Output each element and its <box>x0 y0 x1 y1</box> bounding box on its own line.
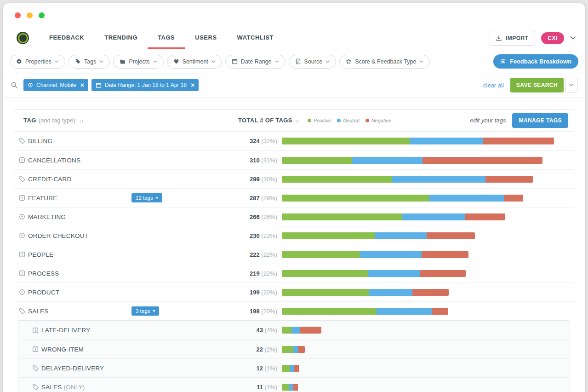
tag-percent: (32%) <box>261 138 277 144</box>
feedback-breakdown-button[interactable]: Feedback Breakdown <box>493 54 578 69</box>
table-row-process[interactable]: PROCESS219 (22%) <box>14 264 574 282</box>
tag-name: WRONG-ITEM <box>41 346 84 353</box>
close-icon[interactable]: × <box>80 82 84 88</box>
minimize-button[interactable] <box>27 12 33 18</box>
tab-users[interactable]: USERS <box>185 27 227 49</box>
main-nav: FEEDBACKTRENDINGTAGSUSERSWATCHLIST <box>39 27 284 49</box>
table-row-cancellations[interactable]: CANCELLATIONS310 (31%) <box>14 150 574 169</box>
filter-pill-projects[interactable]: Projects <box>113 55 163 69</box>
sentiment-bar <box>282 308 448 315</box>
negative-segment <box>465 213 505 220</box>
table-row-order-checkout[interactable]: ORDER CHECKOUT230 (23%) <box>14 226 574 245</box>
filter-pill-score-feedback-type[interactable]: Score & Feedback Type <box>339 55 430 69</box>
sort-icon[interactable]: ↓↑ <box>295 118 299 123</box>
filter-pill-source[interactable]: Source <box>289 55 337 69</box>
legend-label: Positive <box>314 118 331 123</box>
table-row-billing[interactable]: BILLING324 (32%) <box>14 132 574 150</box>
circle-tag-type-icon <box>19 213 28 220</box>
positive-segment <box>282 232 375 239</box>
save-search-button[interactable]: SAVE SEARCH <box>510 78 564 92</box>
tags-table-card: TAG (and tag type) ↓↑ TOTAL # OF TAGS ↓↑… <box>14 109 574 392</box>
account-badge[interactable]: CXI <box>541 32 564 44</box>
positive-segment <box>282 327 291 334</box>
table-row-people[interactable]: PEOPLE222 (22%) <box>14 245 574 264</box>
negative-segment <box>483 138 554 144</box>
calendar-icon <box>232 58 238 64</box>
table-row-wrong-item[interactable]: WRONG-ITEM22 (2%) <box>18 340 570 358</box>
filter-chip-channel[interactable]: Channel: Mobile× <box>23 79 88 91</box>
positive-segment <box>282 270 368 277</box>
expand-tags-chip[interactable]: 3 tags▾ <box>131 306 159 316</box>
filter-pill-date-range[interactable]: Date Range <box>225 55 285 69</box>
tag-name: PROCESS <box>28 270 59 277</box>
zoom-button[interactable] <box>39 12 45 18</box>
tab-feedback[interactable]: FEEDBACK <box>39 27 94 49</box>
negative-segment <box>422 251 468 258</box>
tag-name: SALES <box>41 384 62 391</box>
clear-all-link[interactable]: clear all <box>483 82 504 89</box>
properties-icon <box>16 58 22 64</box>
close-button[interactable] <box>15 12 21 18</box>
sentiment-bar <box>282 232 475 239</box>
table-row-feature[interactable]: FEATURE12 tags▾287 (29%) <box>14 188 574 207</box>
sentiment-bar <box>282 289 449 296</box>
chevron-down-icon <box>275 60 279 63</box>
tab-trending[interactable]: TRENDING <box>94 27 148 49</box>
filter-pill-sentiment[interactable]: Sentiment <box>167 55 222 69</box>
tag-count: 43 <box>256 327 263 334</box>
tag-percent: (4%) <box>265 327 277 334</box>
sentiment-bar <box>282 138 554 144</box>
sort-icon[interactable]: ↓↑ <box>79 118 83 123</box>
breakdown-icon <box>500 58 506 64</box>
tag-count: 230 <box>250 232 260 239</box>
search-icon[interactable] <box>11 81 18 89</box>
sentiment-bar <box>282 176 533 183</box>
table-row-credit-card[interactable]: CREDIT-CARD299 (30%) <box>14 169 574 188</box>
tag-percent: (1%) <box>265 384 277 391</box>
tab-label: WATCHLIST <box>237 34 274 41</box>
tab-watchlist[interactable]: WATCHLIST <box>227 27 284 49</box>
tag-column-note: (and tag type) <box>39 117 75 124</box>
filter-pill-bar: PropertiesTagsProjectsSentimentDate Rang… <box>3 49 585 74</box>
close-icon[interactable]: × <box>191 82 194 88</box>
sentiment-bar <box>282 157 542 164</box>
sub-tags-group: LATE-DELIVERY43 (4%)WRONG-ITEM22 (2%)DEL… <box>18 320 570 392</box>
tab-label: FEEDBACK <box>49 34 84 41</box>
neutral-segment <box>377 308 431 315</box>
tag-name: CANCELLATIONS <box>28 157 80 164</box>
tag-tag-type-icon <box>19 176 28 183</box>
expand-tags-chip[interactable]: 12 tags▾ <box>131 193 162 202</box>
save-search-dropdown[interactable] <box>565 78 577 92</box>
download-icon <box>496 35 502 41</box>
tab-tags[interactable]: TAGS <box>148 27 185 49</box>
tag-name-note: (ONLY) <box>63 384 85 391</box>
table-row-product[interactable]: PRODUCT199 (20%) <box>14 282 574 301</box>
square-tag-type-icon <box>32 346 41 352</box>
filter-pill-tags[interactable]: Tags <box>69 55 110 69</box>
manage-tags-button[interactable]: MANAGE TAGS <box>512 113 568 128</box>
chevron-down-icon[interactable] <box>570 36 576 40</box>
filter-chip-date-range[interactable]: Date Range: 1 Jan 18 to 1 Apr 18× <box>91 79 199 91</box>
filter-pill-properties[interactable]: Properties <box>10 55 65 69</box>
chevron-down-icon: ▾ <box>156 196 158 200</box>
positive-segment <box>282 308 377 315</box>
sentiment-bar <box>282 365 299 372</box>
table-row-marketing[interactable]: MARKETING266 (26%) <box>14 207 574 226</box>
table-row-sales-only[interactable]: SALES (ONLY)11 (1%) <box>18 377 570 392</box>
import-button[interactable]: IMPORT <box>489 31 535 46</box>
sentiment-bar <box>282 251 468 258</box>
applied-filters: Channel: Mobile×Date Range: 1 Jan 18 to … <box>23 79 199 91</box>
positive-segment <box>282 138 410 144</box>
tag-percent: (26%) <box>261 213 277 220</box>
chip-label: Date Range: 1 Jan 18 to 1 Apr 18 <box>105 82 187 88</box>
legend-positive: Positive <box>308 118 331 123</box>
chevron-down-icon <box>153 60 157 63</box>
table-row-late-delivery[interactable]: LATE-DELIVERY43 (4%) <box>18 321 570 340</box>
tag-count: 287 <box>250 195 260 202</box>
table-row-sales[interactable]: SALES3 tags▾198 (20%) <box>14 301 574 320</box>
table-row-delayed-delivery[interactable]: DELAYED-DELIVERY12 (1%) <box>18 358 570 377</box>
search-row: Channel: Mobile×Date Range: 1 Jan 18 to … <box>3 74 585 98</box>
tag-name: PEOPLE <box>28 251 53 258</box>
chevron-down-icon <box>55 60 59 63</box>
positive-segment <box>282 289 369 296</box>
